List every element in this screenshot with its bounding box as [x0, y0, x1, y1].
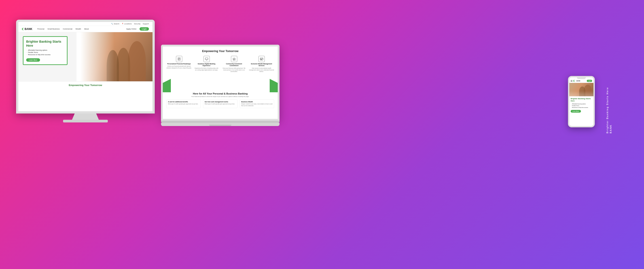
laptop-features-grid: Personalized Financial Roadmaps Unlock y… [166, 56, 274, 73]
hero-bullet-2: Flexible Terms [26, 52, 64, 53]
nav-about[interactable]: About [84, 28, 89, 30]
feature-digital-banking: Seamless Digital Banking Experience Expe… [194, 56, 219, 73]
hero-title: Brighter Banking Starts Here [26, 39, 64, 48]
phone-hero-title: Brighter Banking Starts Here [571, 98, 592, 102]
card-3-title: Business Wealth [241, 101, 272, 103]
feature-3-title: Community Investment Commitment [222, 63, 247, 67]
card-1-desc: What type of credit typically gets appro… [168, 103, 199, 105]
feature-3-desc: Grow your finances while giving back. We… [222, 67, 247, 73]
hero-overlay [76, 32, 152, 81]
feature-1-desc: Unlock your financial potential with tai… [166, 65, 192, 69]
laptop-screen: Empowering Your Tomorrow Personalized Fi… [161, 45, 280, 121]
locations-nav-item[interactable]: 📍 Locations [122, 23, 132, 25]
card-business-wealth: Business Wealth Deeper model for your ea… [240, 99, 274, 108]
logo-moon-icon [22, 28, 24, 30]
laptop-empowering-section: Empowering Your Tomorrow Personalized Fi… [163, 46, 278, 79]
phone-hero-overlay [569, 83, 594, 96]
feature-1-title: Personalized Financial Roadmaps [166, 63, 192, 65]
wealth-icon [258, 56, 265, 62]
hamburger-line-1 [571, 80, 572, 80]
feature-4-title: Exclusive Wealth Management Services [249, 63, 274, 67]
nav-wealth[interactable]: Wealth [76, 28, 81, 30]
location-icon: 📍 [122, 23, 124, 25]
feature-wealth-management: Exclusive Wealth Management Services Gai… [249, 56, 274, 73]
banking-cards-grid: A card for additional benefits What type… [166, 99, 274, 108]
hero-content-box: Brighter Banking Starts Here Affordable … [23, 36, 68, 65]
nav-commercial[interactable]: Commercial [63, 28, 72, 30]
desktop-monitor: 🔍 Search 📍 Locations Security Support B [16, 20, 155, 122]
feature-2-title: Seamless Digital Banking Experience [194, 63, 219, 67]
desktop-section-subtitle: Empowering Your Tomorrow [18, 81, 152, 89]
laptop-base [161, 123, 280, 126]
monitor-stand [72, 113, 99, 120]
banking-section-heading: Here for All Your Personal & Business Ba… [166, 92, 274, 95]
phone-hero-image [569, 83, 594, 96]
phone-notch [577, 77, 586, 79]
desktop-logo[interactable]: BANK [22, 27, 32, 31]
laptop-device: Empowering Your Tomorrow Personalized Fi… [161, 45, 280, 126]
support-nav-item[interactable]: Support [143, 23, 149, 25]
phone-hero-content: Brighter Banking Starts Here Affordable … [569, 96, 594, 114]
card-additional-benefits: A card for additional benefits What type… [166, 99, 201, 108]
document-icon [176, 56, 182, 62]
desktop-hero: Brighter Banking Starts Here Affordable … [18, 32, 152, 81]
search-icon: 🔍 [111, 23, 113, 25]
svg-rect-11 [261, 59, 262, 60]
security-nav-item[interactable]: Security [134, 23, 140, 25]
phone-logo-moon-icon [573, 80, 575, 82]
search-nav-item[interactable]: 🔍 Search [111, 23, 119, 25]
hero-learn-more-button[interactable]: Learn More [26, 58, 40, 62]
hero-bullet-3: Resources to help drive success [26, 54, 64, 55]
desktop-main-nav: BANK Personal Small Business Commercial … [18, 26, 152, 32]
nav-personal[interactable]: Personal [37, 28, 44, 30]
card-2-title: See how cash management works [204, 101, 236, 103]
nav-login-button[interactable]: Login [140, 27, 149, 31]
community-icon [231, 56, 237, 62]
hero-bullet-1: Affordable financing options [26, 49, 64, 51]
card-3-desc: Deeper model for your ease, more details… [241, 103, 272, 107]
card-2-desc: What type of credit typically gets appro… [204, 103, 236, 105]
laptop-banking-section: Here for All Your Personal & Business Ba… [163, 92, 278, 110]
phone-screen: BANK Login Brighter Banking Starts Here … [568, 76, 595, 127]
svg-rect-6 [205, 58, 208, 60]
mobile-phone: BANK Login Brighter Banking Starts Here … [568, 76, 595, 127]
laptop-hinge [161, 121, 280, 123]
laptop-section-heading: Empowering Your Tomorrow [166, 50, 274, 53]
phone-learn-more-button[interactable]: Learn More [571, 110, 581, 113]
hamburger-line-2 [571, 81, 572, 81]
monitor-screen: 🔍 Search 📍 Locations Security Support B [16, 20, 155, 113]
banking-section-subtext: Four featured products to show the range… [166, 96, 274, 97]
phone-side-text: BANK Brighter Banking Starts Here [606, 87, 613, 133]
green-bar-right [270, 79, 278, 92]
phone-login-button[interactable]: Login [587, 80, 592, 82]
desktop-top-nav: 🔍 Search 📍 Locations Security Support [18, 22, 152, 26]
phone-bullet-1: Affordable financing options [571, 103, 592, 105]
phone-bullet-2: Flexible Terms [571, 105, 592, 106]
feature-2-desc: Experience the future of banking today w… [194, 67, 219, 71]
nav-apply-online[interactable]: Apply Online [126, 28, 136, 30]
feature-4-desc: Gain access to personalized wealth manag… [249, 67, 274, 73]
digital-icon [204, 56, 210, 62]
phone-nav: BANK Login [569, 79, 594, 83]
feature-community: Community Investment Commitment Grow you… [222, 56, 247, 73]
phone-bullet-3: Resources to help drive success [571, 107, 592, 108]
green-bar-left [163, 79, 171, 92]
hero-image [76, 32, 152, 81]
hamburger-menu-button[interactable] [571, 80, 572, 81]
laptop-green-bars-decoration [163, 79, 278, 92]
card-1-title: A card for additional benefits [168, 101, 199, 103]
feature-financial-roadmaps: Personalized Financial Roadmaps Unlock y… [166, 56, 192, 73]
phone-logo: BANK [576, 80, 580, 81]
card-cash-management: See how cash management works What type … [203, 99, 238, 108]
monitor-base [63, 120, 108, 122]
nav-small-business[interactable]: Small Business [48, 28, 60, 30]
